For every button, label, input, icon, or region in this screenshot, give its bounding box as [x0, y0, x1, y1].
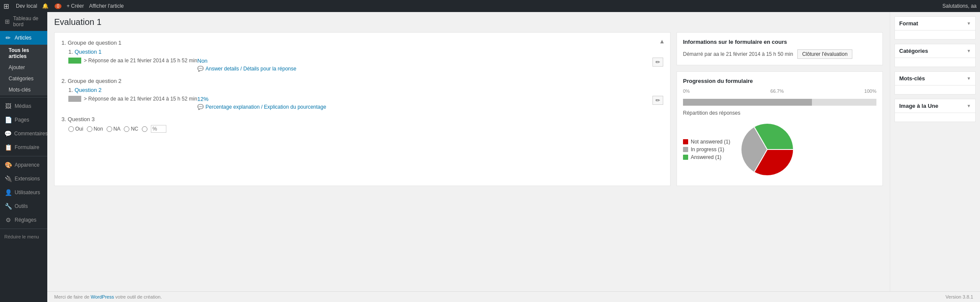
media-icon: 🖼: [4, 103, 12, 110]
option-non[interactable]: Non: [87, 126, 103, 132]
submenu-label-mots-cles: Mots-clés: [9, 87, 31, 93]
started-by-text: Démarré par aa le 21 février 2014 à 15 h…: [683, 51, 793, 57]
progress-bar-fill: [683, 99, 812, 106]
repartition-title: Répartition des réponses: [683, 110, 876, 116]
side-box-format: Format ▼: [894, 16, 976, 40]
q1-num: 1.: [68, 49, 74, 55]
side-box-format-label: Format: [899, 20, 918, 27]
radio-oui[interactable]: [68, 126, 74, 132]
option-nc[interactable]: NC: [124, 126, 138, 132]
sidebar-label-dashboard: Tableau de bord: [13, 15, 43, 27]
site-name: Dev local: [16, 3, 37, 9]
group2-response-row: > Réponse de aa le 21 février 2014 à 15 …: [68, 96, 663, 110]
submenu-item-ajouter[interactable]: Ajouter: [0, 62, 47, 73]
notification-count: 0: [55, 3, 61, 9]
chevron-down-icon-format: ▼: [967, 21, 971, 26]
tools-icon: 🔧: [4, 203, 12, 210]
apparence-icon: 🎨: [4, 162, 12, 168]
progress-panel: Progression du formulaire 0% 66.7% 100% …: [677, 71, 883, 186]
group2-detail: 💬 Percentage explanation / Explication d…: [197, 104, 326, 110]
q2-num: 1.: [68, 87, 74, 93]
sidebar-label-apparence: Apparence: [15, 162, 40, 168]
submenu-label-ajouter: Ajouter: [9, 64, 25, 70]
group2-response-text: > Réponse de aa le 21 février 2014 à 15 …: [84, 96, 197, 102]
reduce-menu-button[interactable]: Réduire le menu: [0, 231, 47, 243]
legend: Not answered (1) In progress (1) Answere…: [683, 139, 730, 160]
question2-link[interactable]: Question 2: [74, 87, 101, 93]
legend-dot-in-progress: [683, 147, 688, 152]
sidebar-label-formulaire: Formulaire: [15, 144, 39, 150]
question3-label: 3. Question 3: [61, 116, 663, 122]
side-box-categories: Catégories ▼: [894, 44, 976, 67]
submenu-item-categories[interactable]: Catégories: [0, 73, 47, 84]
collapse-icon[interactable]: ▲: [659, 38, 665, 45]
pages-icon: 📄: [4, 116, 12, 123]
side-box-categories-header[interactable]: Catégories ▼: [895, 44, 975, 58]
group2-response-right: 12% 💬 Percentage explanation / Explicati…: [197, 96, 326, 110]
chat-icon-2: 💬: [197, 104, 204, 110]
sidebar-item-users[interactable]: 👤 Utilisateurs: [0, 186, 47, 199]
green-indicator: [68, 58, 81, 64]
radio-extra[interactable]: [142, 126, 147, 132]
evaluation-box: ▲ 1. Groupe de question 1 1. Question 1 …: [54, 32, 671, 186]
radio-nc[interactable]: [124, 126, 129, 132]
legend-dot-answered: [683, 155, 688, 160]
option-oui[interactable]: Oui: [68, 126, 83, 132]
sidebar-item-media[interactable]: 🖼 Médias: [0, 99, 47, 113]
radio-na[interactable]: [107, 126, 112, 132]
sidebar-item-tools[interactable]: 🔧 Outils: [0, 199, 47, 213]
group1-response-text: > Réponse de aa le 21 février 2014 à 15 …: [84, 58, 197, 64]
view-article-link[interactable]: Afficher l'article: [89, 3, 124, 9]
legend-item-answered: Answered (1): [683, 154, 730, 160]
extensions-icon: 🔌: [4, 175, 12, 182]
post-editor: Evaluation 1 ▲ 1. Groupe de question 1 1…: [47, 12, 890, 291]
legend-label-answered: Answered (1): [691, 154, 721, 160]
group2-edit-button[interactable]: ✏: [652, 96, 663, 105]
sidebar-label-tools: Outils: [15, 203, 28, 209]
close-evaluation-button[interactable]: Clôturer l'évaluation: [797, 49, 852, 59]
sidebar-label-extensions: Extensions: [15, 176, 40, 182]
sidebar-item-apparence[interactable]: 🎨 Apparence: [0, 158, 47, 172]
progress-panel-title: Progression du formulaire: [683, 78, 876, 84]
progress-label-middle: 66.7%: [770, 88, 784, 94]
sidebar-item-formulaire[interactable]: 📋 Formulaire: [0, 140, 47, 154]
admin-bar: ⊞ Dev local 🔔 0 + Créer Afficher l'artic…: [0, 0, 980, 12]
side-box-format-header[interactable]: Format ▼: [895, 17, 975, 31]
right-sidebar: Format ▼ Catégories ▼ Mots-clés ▼: [890, 12, 980, 291]
option-na[interactable]: NA: [107, 126, 121, 132]
submenu-item-tous[interactable]: Tous les articles: [0, 45, 47, 62]
percent-input[interactable]: [151, 125, 166, 133]
side-box-mots-cles-header[interactable]: Mots-clés ▼: [895, 72, 975, 85]
sidebar-item-pages[interactable]: 📄 Pages: [0, 113, 47, 127]
side-box-mots-cles-body: [895, 85, 975, 94]
chevron-down-icon-categories: ▼: [967, 49, 971, 53]
sidebar-item-articles[interactable]: ✏ Articles: [0, 31, 47, 45]
submenu-item-mots-cles[interactable]: Mots-clés: [0, 84, 47, 95]
sidebar-item-comments[interactable]: 💬 Commentaires: [0, 127, 47, 140]
side-box-image-une: Image à la Une ▼: [894, 99, 976, 122]
footer-version: Version 3.8.1: [946, 294, 973, 299]
settings-icon: ⚙: [4, 217, 12, 223]
gray-indicator: [68, 96, 81, 102]
articles-icon: ✏: [4, 34, 12, 41]
sidebar-label-pages: Pages: [15, 117, 29, 123]
legend-label-in-progress: In progress (1): [691, 146, 724, 153]
side-box-categories-body: [895, 58, 975, 67]
main-content: Evaluation 1 ▲ 1. Groupe de question 1 1…: [47, 12, 980, 302]
admin-footer: Merci de faire de WordPress votre outil …: [47, 291, 980, 302]
sidebar-item-settings[interactable]: ⚙ Réglages: [0, 213, 47, 227]
side-box-categories-label: Catégories: [899, 48, 928, 54]
legend-item-in-progress: In progress (1): [683, 146, 730, 153]
sidebar-item-extensions[interactable]: 🔌 Extensions: [0, 172, 47, 186]
page-title: Evaluation 1: [54, 17, 883, 27]
radio-non[interactable]: [87, 126, 92, 132]
menu-sep-3: [0, 229, 47, 229]
sidebar-item-dashboard[interactable]: ⊞ Tableau de bord: [0, 12, 47, 31]
create-link[interactable]: + Créer: [67, 3, 84, 9]
group1-edit-button[interactable]: ✏: [652, 58, 663, 67]
wordpress-link[interactable]: WordPress: [91, 294, 114, 299]
side-box-image-une-header[interactable]: Image à la Une ▼: [895, 99, 975, 113]
question1-link[interactable]: Question 1: [74, 49, 101, 55]
info-panel-title: Informations sur le formulaire en cours: [683, 39, 876, 45]
footer-left: Merci de faire de WordPress votre outil …: [54, 294, 162, 299]
